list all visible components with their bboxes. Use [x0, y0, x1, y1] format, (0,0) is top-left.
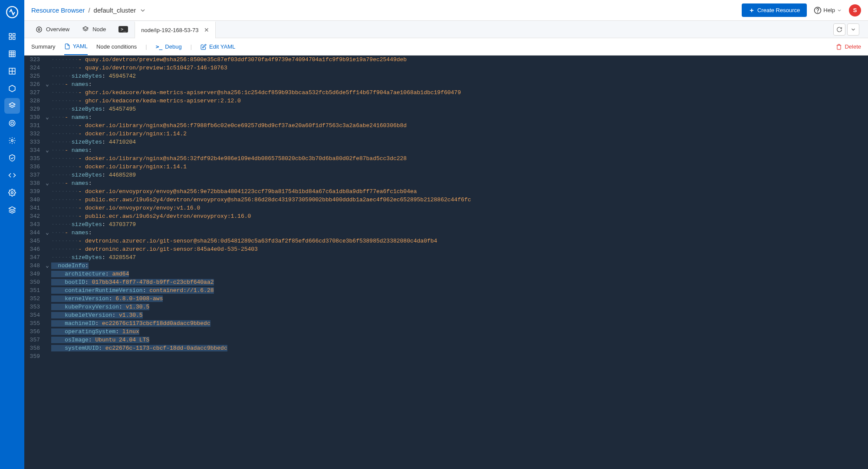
code-content: ······sizeBytes: 44685289: [51, 171, 868, 179]
app-logo[interactable]: [4, 4, 20, 20]
sub-tab-yaml[interactable]: YAML: [64, 38, 88, 55]
editor-line[interactable]: 339········- docker.io/envoyproxy/envoy@…: [24, 187, 868, 196]
editor-line[interactable]: 344⌄····- names:: [24, 229, 868, 237]
editor-line[interactable]: 327········- ghcr.io/kedacore/keda-metri…: [24, 89, 868, 97]
editor-line[interactable]: 346········- devtroninc.azurecr.io/git-s…: [24, 245, 868, 253]
editor-line[interactable]: 326⌄····- names:: [24, 80, 868, 89]
sidebar-item-settings[interactable]: [4, 185, 20, 200]
code-content: ····machineID: ec22676c1173cbcf18dd0adac…: [51, 319, 868, 328]
create-resource-button[interactable]: Create Resource: [742, 3, 807, 17]
sidebar-item-charts[interactable]: [4, 81, 20, 96]
editor-line[interactable]: 347······sizeBytes: 43285547: [24, 253, 868, 262]
sub-tab-node-conditions[interactable]: Node conditions: [96, 38, 137, 55]
editor-line[interactable]: 354····kubeletVersion: v1.30.5: [24, 311, 868, 319]
fold-icon[interactable]: ⌄: [43, 262, 51, 270]
editor-line[interactable]: 328········- ghcr.io/kedacore/keda-metri…: [24, 97, 868, 105]
fold-icon: [43, 154, 51, 163]
editor-line[interactable]: 329······sizeBytes: 45457495: [24, 105, 868, 113]
editor-line[interactable]: 351····containerRuntimeVersion: containe…: [24, 286, 868, 295]
editor-line[interactable]: 348⌄··nodeInfo:: [24, 262, 868, 270]
fold-icon[interactable]: ⌄: [43, 80, 51, 89]
editor-line[interactable]: 338⌄····- names:: [24, 179, 868, 187]
sidebar-item-target[interactable]: [4, 115, 20, 131]
sidebar-item-apps[interactable]: [4, 29, 20, 44]
editor-line[interactable]: 345········- devtroninc.azurecr.io/git-s…: [24, 237, 868, 245]
editor-line[interactable]: 341········- docker.io/envoyproxy/envoy:…: [24, 204, 868, 212]
close-icon[interactable]: ✕: [204, 26, 209, 33]
line-number: 337: [24, 171, 43, 179]
avatar[interactable]: S: [849, 4, 861, 16]
sidebar-item-deployments[interactable]: [4, 63, 20, 79]
fold-icon: [43, 352, 51, 361]
sidebar-item-stack[interactable]: [4, 202, 20, 218]
editor-line[interactable]: 334⌄····- names:: [24, 146, 868, 154]
fold-icon[interactable]: ⌄: [43, 146, 51, 154]
line-number: 347: [24, 253, 43, 262]
tab-overview[interactable]: Overview: [30, 21, 76, 38]
editor-line[interactable]: 325······sizeBytes: 45945742: [24, 72, 868, 80]
fold-icon[interactable]: ⌄: [43, 179, 51, 187]
line-number: 324: [24, 64, 43, 72]
svg-rect-4: [13, 37, 15, 39]
breadcrumb-root[interactable]: Resource Browser: [31, 7, 85, 14]
terminal-icon: >_: [156, 43, 163, 50]
sub-tab-summary[interactable]: Summary: [31, 38, 56, 55]
editor-line[interactable]: 350····bootID: 017bb344-f8f7-478d-b9ff-c…: [24, 278, 868, 286]
svg-point-21: [818, 12, 818, 12]
editor-line[interactable]: 324········- quay.io/devtron/preview:1c5…: [24, 64, 868, 72]
svg-rect-5: [9, 51, 15, 57]
chevron-down-icon[interactable]: [139, 7, 146, 14]
sub-tab-edit-yaml[interactable]: Edit YAML: [201, 38, 235, 55]
editor-line[interactable]: 323········- quay.io/devtron/preview@sha…: [24, 56, 868, 64]
editor-line[interactable]: 359: [24, 352, 868, 361]
editor-line[interactable]: 340········- public.ecr.aws/l9u6s2y4/dev…: [24, 196, 868, 204]
terminal-icon: >_: [118, 26, 128, 33]
more-button[interactable]: [847, 23, 859, 36]
editor-line[interactable]: 353····kubeProxyVersion: v1.30.5: [24, 303, 868, 311]
editor-line[interactable]: 357····osImage: Ubuntu 24.04 LTS: [24, 336, 868, 344]
editor-line[interactable]: 331········- docker.io/library/nginx@sha…: [24, 121, 868, 130]
line-number: 341: [24, 204, 43, 212]
editor-line[interactable]: 330⌄····- names:: [24, 113, 868, 121]
fold-icon: [43, 336, 51, 344]
svg-rect-1: [9, 33, 11, 36]
sidebar-item-resource-browser[interactable]: [4, 98, 20, 114]
sidebar-item-grid[interactable]: [4, 46, 20, 62]
fold-icon: [43, 105, 51, 113]
sidebar-item-code[interactable]: [4, 167, 20, 183]
editor-line[interactable]: 343······sizeBytes: 43703779: [24, 220, 868, 229]
editor-line[interactable]: 349····architecture: amd64: [24, 270, 868, 278]
editor-line[interactable]: 336········- docker.io/library/nginx:1.1…: [24, 163, 868, 171]
help-button[interactable]: Help: [814, 7, 842, 14]
editor-line[interactable]: 335········- docker.io/library/nginx@sha…: [24, 154, 868, 163]
tab-terminal[interactable]: >_: [112, 21, 135, 38]
sub-tab-debug[interactable]: >_ Debug: [156, 38, 182, 55]
editor-line[interactable]: 356····operatingSystem: linux: [24, 328, 868, 336]
editor-line[interactable]: 352····kernelVersion: 6.8.0-1008-aws: [24, 295, 868, 303]
tab-node[interactable]: Node: [76, 21, 112, 38]
sidebar-item-gear[interactable]: [4, 133, 20, 148]
line-number: 331: [24, 121, 43, 130]
editor-line[interactable]: 337······sizeBytes: 44685289: [24, 171, 868, 179]
yaml-editor[interactable]: 323········- quay.io/devtron/preview@sha…: [24, 56, 868, 469]
delete-button[interactable]: Delete: [836, 43, 861, 50]
fold-icon: [43, 245, 51, 253]
fold-icon[interactable]: ⌄: [43, 229, 51, 237]
editor-line[interactable]: 355····machineID: ec22676c1173cbcf18dd0a…: [24, 319, 868, 328]
code-content: ····kernelVersion: 6.8.0-1008-aws: [51, 295, 868, 303]
editor-line[interactable]: 358····systemUUID: ec22676c-1173-cbcf-18…: [24, 344, 868, 352]
refresh-button[interactable]: [833, 23, 845, 36]
editor-line[interactable]: 342········- public.ecr.aws/l9u6s2y4/dev…: [24, 212, 868, 220]
help-label: Help: [823, 7, 835, 13]
editor-line[interactable]: 333······sizeBytes: 44710204: [24, 138, 868, 146]
svg-point-13: [9, 120, 15, 126]
sidebar-item-shield[interactable]: [4, 150, 20, 166]
line-number: 326: [24, 80, 43, 89]
separator: |: [145, 43, 147, 50]
tabs-row: Overview Node >_ node/ip-192-168-53-73 ✕: [24, 21, 868, 38]
fold-icon[interactable]: ⌄: [43, 113, 51, 121]
editor-line[interactable]: 332········- docker.io/library/nginx:1.1…: [24, 130, 868, 138]
tab-node-detail[interactable]: node/ip-192-168-53-73 ✕: [135, 21, 215, 38]
fold-icon: [43, 212, 51, 220]
fold-icon: [43, 344, 51, 352]
